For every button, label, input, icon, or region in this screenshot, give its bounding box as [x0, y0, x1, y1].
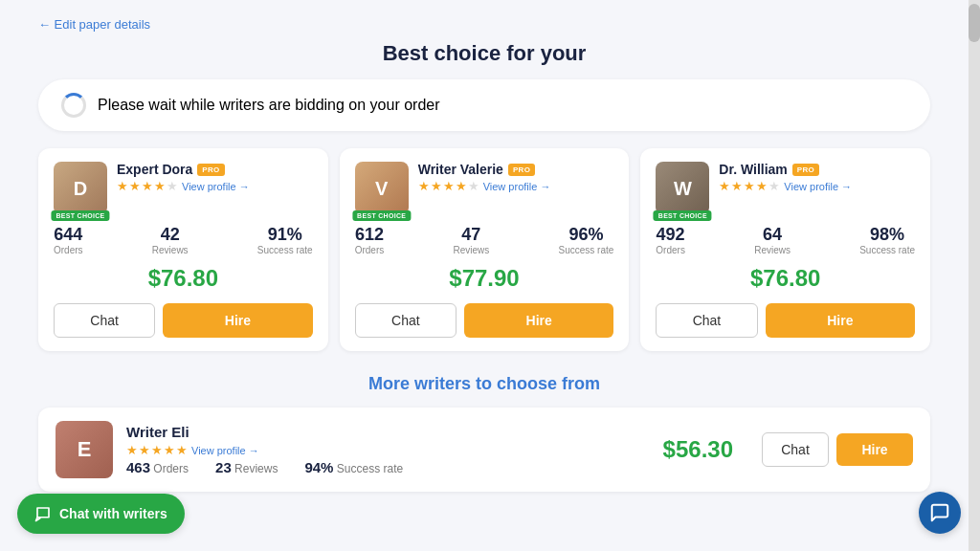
star-full: ★ — [756, 179, 768, 193]
orders-label-dora: Orders — [54, 245, 83, 255]
orders-label-valerie: Orders — [355, 245, 385, 255]
stats-row-dora: 644 Orders 42 Reviews 91% Success rate — [54, 225, 313, 255]
writer-header-valerie: V BEST CHOICE Writer Valerie PRO ★★★★★ V… — [355, 162, 614, 215]
more-stats-row-eli: 463 Orders 23 Reviews 94% Success rate — [126, 459, 650, 475]
success-label-william: Success rate — [859, 245, 915, 255]
card-actions-dora: Chat Hire — [54, 303, 313, 338]
more-stat-orders-eli: 463 Orders — [126, 459, 189, 475]
star-full: ★ — [139, 443, 150, 457]
best-choice-badge-william: BEST CHOICE — [654, 210, 712, 221]
chat-with-writers-button[interactable]: Chat with writers — [17, 494, 185, 534]
orders-label-william: Orders — [656, 245, 685, 255]
support-button[interactable] — [919, 492, 961, 534]
stat-success-dora: 91% Success rate — [257, 225, 313, 255]
star-full: ★ — [117, 179, 128, 193]
chat-button-dora[interactable]: Chat — [54, 303, 155, 338]
price-dora: $76.80 — [54, 265, 313, 292]
success-value-valerie: 96% — [559, 225, 614, 245]
star-full: ★ — [744, 179, 755, 193]
star-empty: ★ — [468, 179, 479, 193]
bidding-text: Please wait while writers are bidding on… — [98, 97, 440, 114]
stat-success-william: 98% Success rate — [859, 225, 915, 255]
writer-name-row-dora: Expert Dora PRO — [117, 162, 313, 177]
writer-card-valerie: V BEST CHOICE Writer Valerie PRO ★★★★★ V… — [340, 148, 630, 351]
more-hire-button-eli[interactable]: Hire — [836, 433, 913, 466]
more-writer-card-eli: E Writer Eli ★★★★★ View profile → 463 Or… — [38, 408, 930, 492]
hire-button-dora[interactable]: Hire — [163, 303, 312, 338]
best-choice-badge-valerie: BEST CHOICE — [352, 210, 411, 221]
pro-badge-william: PRO — [792, 164, 819, 176]
writer-info-william: Dr. William PRO ★★★★★ View profile → — [719, 162, 915, 195]
more-writer-avatar-eli: E — [56, 421, 113, 478]
writer-avatar-wrap-dora: D BEST CHOICE — [54, 162, 107, 215]
main-content: ← Edit paper details Best choice for you… — [0, 0, 969, 511]
star-full: ★ — [164, 443, 175, 457]
hire-button-william[interactable]: Hire — [766, 303, 915, 338]
success-value-william: 98% — [859, 225, 915, 245]
chat-icon — [34, 505, 52, 522]
chat-with-writers-label: Chat with writers — [59, 506, 167, 521]
page-wrapper: ← Edit paper details Best choice for you… — [0, 0, 980, 551]
writer-card-william: W BEST CHOICE Dr. William PRO ★★★★★ View… — [640, 148, 930, 351]
stat-reviews-valerie: 47 Reviews — [453, 225, 489, 255]
writer-header-william: W BEST CHOICE Dr. William PRO ★★★★★ View… — [656, 162, 915, 215]
bidding-banner: Please wait while writers are bidding on… — [38, 79, 930, 131]
stars-row-william: ★★★★★ View profile → — [719, 179, 915, 193]
stat-reviews-dora: 42 Reviews — [152, 225, 189, 255]
writer-avatar-wrap-valerie: V BEST CHOICE — [355, 162, 409, 215]
stars-row-valerie: ★★★★★ View profile → — [418, 179, 614, 193]
chat-button-william[interactable]: Chat — [656, 303, 757, 338]
card-actions-william: Chat Hire — [656, 303, 915, 338]
stat-orders-william: 492 Orders — [656, 225, 685, 255]
more-stat-reviews-eli: 23 Reviews — [215, 459, 278, 475]
stat-orders-valerie: 612 Orders — [355, 225, 385, 255]
view-profile-dora[interactable]: View profile → — [182, 181, 250, 192]
orders-value-william: 492 — [656, 225, 685, 245]
view-profile-william[interactable]: View profile → — [784, 181, 852, 192]
star-empty: ★ — [768, 179, 780, 193]
more-price-eli: $56.30 — [663, 436, 733, 463]
stars-valerie: ★★★★★ — [418, 179, 479, 193]
support-icon — [929, 502, 950, 523]
scrollbar[interactable] — [969, 0, 980, 551]
star-full: ★ — [431, 179, 442, 193]
reviews-label-william: Reviews — [754, 245, 791, 255]
star-full: ★ — [418, 179, 430, 193]
more-writers-title: More writers to choose from — [38, 374, 930, 394]
more-view-profile-eli[interactable]: View profile → — [191, 445, 259, 456]
pro-badge-dora: PRO — [197, 164, 224, 176]
price-valerie: $77.90 — [355, 265, 614, 292]
star-empty: ★ — [167, 179, 178, 193]
chat-button-valerie[interactable]: Chat — [355, 303, 457, 338]
stars-william: ★★★★★ — [719, 179, 780, 193]
stat-reviews-william: 64 Reviews — [754, 225, 791, 255]
star-full: ★ — [456, 179, 467, 193]
scrollbar-thumb[interactable] — [969, 4, 980, 42]
page-title: Best choice for your — [38, 41, 930, 66]
more-chat-button-eli[interactable]: Chat — [762, 432, 829, 467]
best-choice-badge-dora: BEST CHOICE — [51, 210, 109, 221]
view-profile-valerie[interactable]: View profile → — [483, 181, 551, 192]
writer-name-valerie: Writer Valerie — [418, 162, 503, 177]
back-link[interactable]: ← Edit paper details — [38, 17, 150, 32]
more-writer-info-eli: Writer Eli ★★★★★ View profile → 463 Orde… — [126, 424, 650, 475]
writer-name-dora: Expert Dora — [117, 162, 192, 177]
writer-avatar-valerie: V — [355, 162, 409, 215]
reviews-label-dora: Reviews — [152, 245, 189, 255]
card-actions-valerie: Chat Hire — [355, 303, 614, 338]
hire-button-valerie[interactable]: Hire — [464, 303, 613, 338]
writer-header-dora: D BEST CHOICE Expert Dora PRO ★★★★★ View… — [54, 162, 313, 215]
more-stars-row-eli: ★★★★★ View profile → — [126, 443, 650, 457]
loading-spinner — [61, 93, 86, 118]
more-actions-eli: Chat Hire — [762, 432, 913, 467]
writer-avatar-dora: D — [54, 162, 107, 215]
stat-success-valerie: 96% Success rate — [559, 225, 614, 255]
writer-info-valerie: Writer Valerie PRO ★★★★★ View profile → — [418, 162, 614, 195]
stats-row-william: 492 Orders 64 Reviews 98% Success rate — [656, 225, 915, 255]
orders-value-valerie: 612 — [355, 225, 385, 245]
writer-avatar-william: W — [656, 162, 709, 215]
reviews-value-valerie: 47 — [453, 225, 489, 245]
writer-info-dora: Expert Dora PRO ★★★★★ View profile → — [117, 162, 313, 195]
reviews-value-dora: 42 — [152, 225, 189, 245]
writer-card-dora: D BEST CHOICE Expert Dora PRO ★★★★★ View… — [38, 148, 328, 351]
